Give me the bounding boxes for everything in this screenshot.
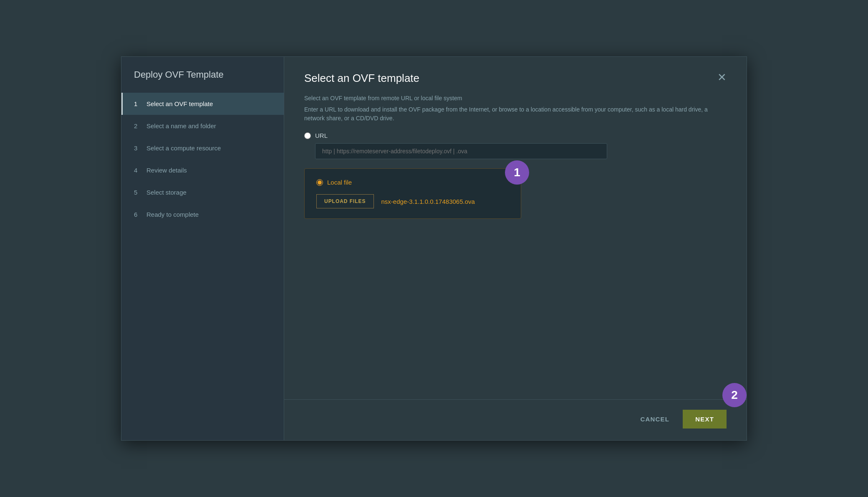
sidebar-item-2[interactable]: 2 Select a name and folder [121,115,284,137]
step-num-6: 6 [134,211,141,218]
deploy-ovf-dialog: Deploy OVF Template 1 Select an OVF temp… [121,56,747,441]
sidebar-item-4[interactable]: 4 Review details [121,159,284,181]
sidebar-item-1[interactable]: 1 Select an OVF template [121,93,284,115]
local-file-label: Local file [327,179,352,186]
step-label-4: Review details [146,167,187,174]
sidebar-item-6[interactable]: 6 Ready to complete [121,203,284,226]
step-badge-1: 1 [505,160,529,185]
step-label-5: Select storage [146,189,187,196]
step-num-4: 4 [134,167,141,174]
sidebar-item-3[interactable]: 3 Select a compute resource [121,137,284,159]
local-file-controls: UPLOAD FILES nsx-edge-3.1.1.0.0.17483065… [316,194,509,208]
step-badge-2: 2 [722,383,747,407]
step-num-5: 5 [134,189,141,196]
upload-files-button[interactable]: UPLOAD FILES [316,194,374,208]
close-button[interactable]: ✕ [717,72,727,83]
main-header: Select an OVF template ✕ [304,72,727,85]
local-file-radio[interactable] [316,179,323,186]
sidebar-title: Deploy OVF Template [121,69,284,93]
main-desc2: Enter a URL to download and install the … [304,105,727,123]
step-label-2: Select a name and folder [146,122,216,129]
sidebar-item-5[interactable]: 5 Select storage [121,181,284,203]
main-desc1: Select an OVF template from remote URL o… [304,94,727,103]
url-radio-row: URL [304,132,727,139]
step-num-3: 3 [134,145,141,152]
badge-2-wrapper: 2 [722,383,747,407]
local-file-box: Local file UPLOAD FILES nsx-edge-3.1.1.0… [304,168,521,219]
step-num-1: 1 [134,100,141,107]
local-file-radio-row: Local file [316,179,509,186]
step-label-6: Ready to complete [146,211,199,218]
next-button[interactable]: NEXT [683,410,727,429]
main-title: Select an OVF template [304,72,419,85]
step-label-1: Select an OVF template [146,100,213,107]
step-num-2: 2 [134,122,141,129]
url-label: URL [315,132,328,139]
url-radio[interactable] [304,132,311,139]
uploaded-file-name: nsx-edge-3.1.1.0.0.17483065.ova [381,198,475,205]
cancel-button[interactable]: CANCEL [632,410,678,429]
url-input[interactable] [315,143,607,159]
footer: 2 CANCEL NEXT [284,399,747,440]
step-label-3: Select a compute resource [146,145,221,152]
main-content: Select an OVF template ✕ Select an OVF t… [284,57,747,440]
sidebar: Deploy OVF Template 1 Select an OVF temp… [121,57,284,440]
